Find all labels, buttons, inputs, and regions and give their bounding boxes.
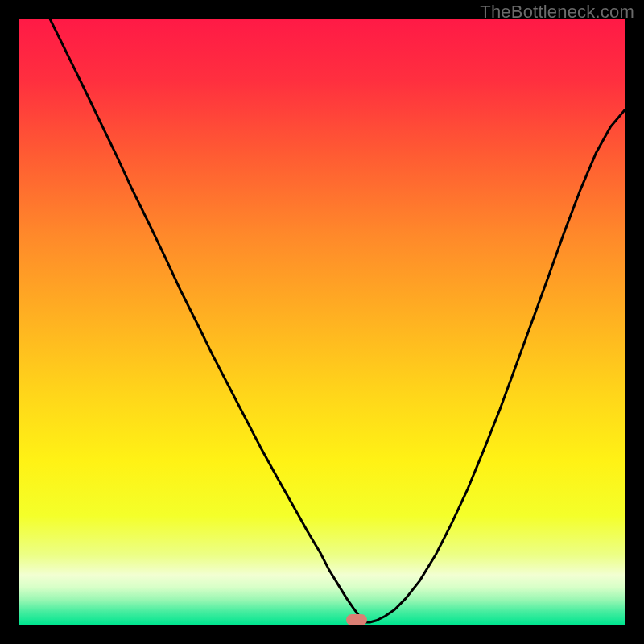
bottleneck-curve [50,19,625,622]
optimum-marker [346,614,367,625]
curve-layer [19,19,625,625]
chart-frame: TheBottleneck.com [0,0,644,644]
plot-area [19,19,625,625]
